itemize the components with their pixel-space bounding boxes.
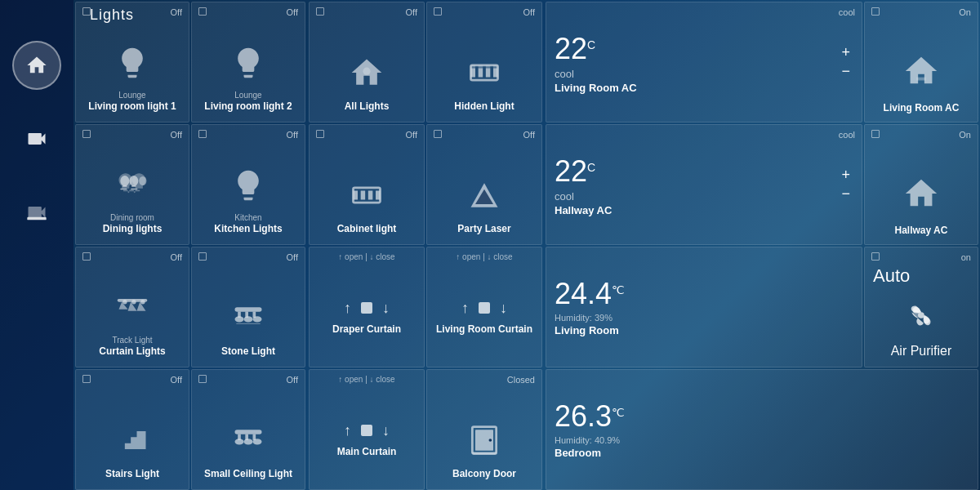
humidity-living: Humidity: 39% [555, 313, 853, 323]
label-main-kitchen-lights: Kitchen Lights [214, 223, 282, 236]
ac-minus-hallway[interactable]: − [841, 185, 850, 203]
icon-hidden-light [466, 55, 502, 96]
sidebar-item-camera1[interactable] [12, 114, 61, 163]
checkbox-stairs-light[interactable] [82, 375, 91, 383]
svg-rect-20 [235, 430, 262, 435]
curtain-up-btn-draper[interactable]: ↑ [344, 300, 351, 317]
card-living-room-humidity[interactable]: 24.4 ℃ Humidity: 39% Living Room [546, 247, 862, 368]
card-hallway-ac-right[interactable]: On Hallway AC [864, 124, 978, 245]
checkbox-kitchen-lights[interactable] [198, 130, 207, 138]
icon-small-ceiling-light [230, 422, 266, 463]
card-balcony-door[interactable]: Closed Balcony Door [426, 369, 542, 490]
svg-point-11 [140, 300, 145, 305]
checkbox-stone-light[interactable] [198, 252, 207, 261]
icon-party-laser [466, 177, 502, 218]
svg-point-46 [489, 439, 492, 443]
curtain-down-btn-draper[interactable]: ↓ [382, 300, 390, 317]
ac-plus-living[interactable]: + [841, 44, 850, 61]
security-icon [25, 201, 48, 224]
camera-icon [25, 127, 48, 150]
icon-kitchen-lights [230, 167, 266, 208]
status-air-purifier: on [961, 252, 971, 262]
status-kitchen-lights: Off [287, 130, 298, 140]
card-hallway-sensor[interactable]: cool 22 C cool + − Hallway AC [546, 124, 862, 245]
ac-plus-hallway[interactable]: + [841, 167, 850, 184]
card-curtain-lights[interactable]: Off Track Light Curtain Lights [75, 247, 189, 368]
svg-point-27 [363, 68, 370, 75]
curtain-down-btn-living[interactable]: ↓ [500, 300, 507, 317]
label-main-living-room-curtain: Living Room Curtain [436, 323, 532, 336]
ac-controls-hallway: + − [841, 167, 850, 203]
curtain-up-btn-living[interactable]: ↑ [461, 300, 469, 317]
sidebar-item-camera2[interactable] [12, 188, 61, 237]
svg-point-26 [253, 439, 262, 445]
card-all-lights[interactable]: Off All Lights [309, 2, 425, 122]
svg-rect-36 [493, 65, 498, 69]
checkbox-dining-lights[interactable] [82, 130, 91, 138]
card-party-laser[interactable]: Off Party Laser [426, 124, 542, 245]
status-curtain-lights: Off [171, 252, 182, 262]
svg-point-16 [235, 317, 244, 323]
card-hidden-light[interactable]: Off Hidden Light [426, 2, 542, 122]
checkbox-hidden-light[interactable] [434, 7, 442, 16]
card-air-purifier[interactable]: on Auto Air Purifier [864, 247, 978, 368]
icon-living-ac-right [902, 52, 940, 97]
svg-rect-7 [131, 189, 137, 189]
checkbox-lounge-light1[interactable] [82, 7, 91, 16]
curtain-stop-btn-living[interactable] [479, 302, 490, 314]
home-icon [25, 54, 48, 77]
temp-bedroom: 26.3 ℃ [555, 399, 969, 434]
curtain-down-btn-main[interactable]: ↓ [382, 422, 390, 439]
card-dining-lights[interactable]: Off Dining roo [75, 124, 189, 245]
icon-hallway-ac-right [902, 175, 940, 220]
card-lounge-light2[interactable]: Off Lounge Living room light 2 [191, 2, 305, 122]
checkbox-curtain-lights[interactable] [82, 252, 91, 261]
svg-point-24 [235, 439, 244, 445]
curtain-up-btn-main[interactable]: ↑ [344, 422, 351, 439]
checkbox-air-purifier[interactable] [871, 252, 880, 261]
temp-hallway: 22 C [555, 154, 853, 189]
icon-curtain-lights [114, 290, 150, 331]
right-panels: cool 22 C cool + − Living Room AC On [544, 0, 980, 490]
card-kitchen-lights[interactable]: Off Kitchen Kitchen Lights [191, 124, 305, 245]
curtain-stop-btn-main[interactable] [361, 425, 372, 436]
label-sub-dining-lights: Dining room [110, 213, 154, 223]
card-main-curtain[interactable]: ↑ open | ↓ close ↑ ↓ Main Curtain [309, 369, 425, 490]
svg-point-9 [122, 300, 127, 305]
label-main-small-ceiling-light: Small Ceiling Light [204, 468, 292, 481]
card-draper-curtain[interactable]: ↑ open | ↓ close ↑ ↓ Draper Curtain [309, 247, 425, 368]
checkbox-hallway-ac-right[interactable] [871, 130, 880, 138]
status-hallway-ac-right: On [959, 130, 971, 140]
card-bedroom-humidity[interactable]: 26.3 ℃ Humidity: 40.9% Bedroom [546, 369, 978, 490]
svg-point-18 [253, 317, 262, 323]
card-living-room-sensor[interactable]: cool 22 C cool + − Living Room AC [546, 2, 862, 122]
curtain-controls-living: ↑ ↓ [461, 300, 507, 317]
sidebar-item-home[interactable] [12, 41, 61, 90]
checkbox-lounge-light2[interactable] [198, 7, 207, 16]
checkbox-cabinet-light[interactable] [316, 130, 324, 138]
curtain-stop-btn-draper[interactable] [361, 302, 372, 314]
checkbox-all-lights[interactable] [316, 7, 324, 16]
room-living: Living Room [555, 324, 853, 336]
card-lounge-light1[interactable]: Off Lounge Living room light 1 [75, 2, 189, 122]
icon-all-lights [349, 55, 385, 96]
status-lounge-light2: Off [287, 7, 298, 17]
card-living-room-curtain[interactable]: ↑ open | ↓ close ↑ ↓ Living Room Curtain [426, 247, 542, 368]
svg-rect-39 [361, 191, 366, 200]
ac-minus-living[interactable]: − [841, 63, 850, 80]
svg-rect-38 [354, 191, 359, 200]
label-main-stairs-light: Stairs Light [105, 468, 159, 481]
checkbox-small-ceiling-light[interactable] [198, 375, 207, 383]
card-stairs-light[interactable]: Off Stairs Light [75, 369, 189, 490]
svg-point-1 [120, 176, 129, 186]
main-content: Off Lounge Living room light 1 Off Loung… [74, 0, 980, 490]
card-stone-light[interactable]: Off Stone Light [191, 247, 305, 368]
icon-dining-lights [114, 167, 150, 208]
checkbox-living-ac-right[interactable] [871, 7, 880, 16]
checkbox-party-laser[interactable] [434, 130, 442, 138]
svg-point-3 [139, 176, 146, 185]
label-sub-lounge-light2: Lounge [234, 91, 261, 100]
card-cabinet-light[interactable]: Off Cabinet light [309, 124, 425, 245]
card-living-room-ac-right[interactable]: On Living Room AC [864, 2, 978, 122]
card-small-ceiling-light[interactable]: Off Small Ceiling Light [191, 369, 305, 490]
